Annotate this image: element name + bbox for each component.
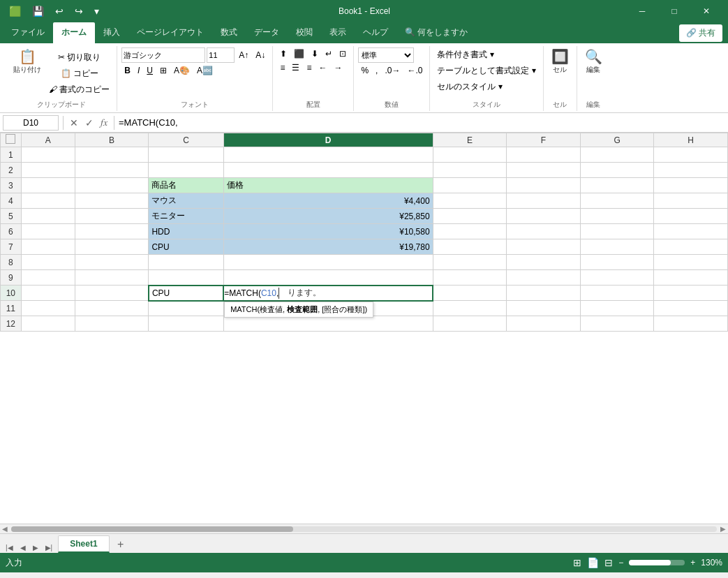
cell-B10[interactable] [75, 286, 149, 301]
view-break-icon[interactable]: ⊟ [604, 557, 613, 568]
cell-G8[interactable] [580, 255, 654, 270]
cell-G6[interactable] [580, 224, 654, 239]
cell-D7[interactable]: ¥19,780 [223, 239, 433, 255]
fill-color-button[interactable]: A🎨 [171, 64, 193, 77]
row-header-9[interactable]: 9 [1, 270, 22, 286]
scroll-left-button[interactable]: ◀ [0, 525, 10, 533]
cell-G5[interactable] [580, 209, 654, 224]
col-header-E[interactable]: E [433, 133, 507, 147]
tab-data[interactable]: データ [246, 22, 288, 43]
cell-B3[interactable] [75, 178, 149, 193]
cell-F11[interactable] [507, 301, 581, 316]
scrollbar-h-thumb[interactable] [11, 526, 293, 532]
tab-home[interactable]: ホーム [53, 22, 95, 43]
cell-C6[interactable]: HDD [149, 224, 223, 239]
cell-D12[interactable] [223, 316, 433, 332]
row-header-8[interactable]: 8 [1, 255, 22, 270]
dec-dec-button[interactable]: ←.0 [404, 64, 425, 77]
cells-button[interactable]: 🔲 セル [548, 47, 572, 77]
cell-B8[interactable] [75, 255, 149, 270]
corner-header[interactable] [1, 133, 22, 147]
align-right-button[interactable]: ≡ [304, 61, 314, 74]
tab-review[interactable]: 校閲 [288, 22, 321, 43]
cell-F2[interactable] [507, 163, 581, 178]
name-box[interactable] [3, 115, 59, 131]
cell-B1[interactable] [75, 147, 149, 163]
cell-D6[interactable]: ¥10,580 [223, 224, 433, 239]
cell-H1[interactable] [654, 147, 728, 163]
save-icon[interactable]: 💾 [29, 4, 47, 18]
tab-view[interactable]: 表示 [321, 22, 355, 43]
cell-E2[interactable] [433, 163, 507, 178]
copy-button[interactable]: 📋 コピー [46, 66, 112, 81]
cell-H2[interactable] [654, 163, 728, 178]
cell-D2[interactable] [223, 163, 433, 178]
cell-B2[interactable] [75, 163, 149, 178]
scroll-right-button[interactable]: ▶ [718, 525, 728, 533]
cell-C2[interactable] [149, 163, 223, 178]
cell-E5[interactable] [433, 209, 507, 224]
wrap-text-button[interactable]: ↵ [322, 47, 335, 60]
cell-D3[interactable]: 価格 [223, 178, 433, 193]
cell-G7[interactable] [580, 239, 654, 255]
zoom-minus-button[interactable]: − [618, 558, 623, 568]
align-left-button[interactable]: ≡ [277, 61, 288, 74]
cell-D1[interactable] [223, 147, 433, 163]
sheet-tab-sheet1[interactable]: Sheet1 [58, 535, 109, 553]
cell-G4[interactable] [580, 193, 654, 209]
sheet-nav-first[interactable]: |◀ [3, 542, 16, 553]
cell-B7[interactable] [75, 239, 149, 255]
cell-C11[interactable] [149, 301, 223, 316]
dec-inc-button[interactable]: .0→ [382, 64, 403, 77]
cell-F5[interactable] [507, 209, 581, 224]
font-name-selector[interactable] [121, 47, 205, 63]
cell-A9[interactable] [21, 270, 75, 286]
cell-D5[interactable]: ¥25,850 [223, 209, 433, 224]
cell-C7[interactable]: CPU [149, 239, 223, 255]
cancel-icon[interactable]: ✕ [68, 116, 80, 130]
cell-A5[interactable] [21, 209, 75, 224]
cell-H12[interactable] [654, 316, 728, 332]
row-header-3[interactable]: 3 [1, 178, 22, 193]
indent-inc-button[interactable]: → [331, 61, 345, 74]
cell-D9[interactable] [223, 270, 433, 286]
cell-B12[interactable] [75, 316, 149, 332]
cell-F9[interactable] [507, 270, 581, 286]
cell-F3[interactable] [507, 178, 581, 193]
cell-H5[interactable] [654, 209, 728, 224]
cell-A6[interactable] [21, 224, 75, 239]
cell-C5[interactable]: モニター [149, 209, 223, 224]
cell-A4[interactable] [21, 193, 75, 209]
font-color-button[interactable]: A🔤 [194, 64, 216, 77]
tab-help[interactable]: ヘルプ [355, 22, 396, 43]
align-center-button[interactable]: ☰ [289, 61, 302, 74]
cell-E11[interactable] [433, 301, 507, 316]
cell-B9[interactable] [75, 270, 149, 286]
tab-file[interactable]: ファイル [3, 22, 53, 43]
cell-H7[interactable] [654, 239, 728, 255]
cell-C10[interactable]: CPU [149, 286, 223, 301]
cell-F6[interactable] [507, 224, 581, 239]
col-header-C[interactable]: C [149, 133, 223, 147]
cell-H3[interactable] [654, 178, 728, 193]
zoom-plus-button[interactable]: + [690, 558, 695, 568]
sheet-nav-last[interactable]: ▶| [43, 542, 56, 553]
insert-function-icon[interactable]: 𝑓𝑥 [98, 115, 110, 130]
underline-button[interactable]: U [144, 64, 156, 77]
bold-button[interactable]: B [121, 64, 133, 77]
view-normal-icon[interactable]: ⊞ [573, 557, 581, 568]
cell-C4[interactable]: マウス [149, 193, 223, 209]
cell-G9[interactable] [580, 270, 654, 286]
cell-C12[interactable] [149, 316, 223, 332]
minimize-button[interactable]: ─ [626, 0, 658, 22]
decrease-font-button[interactable]: A↓ [253, 47, 268, 63]
cell-G10[interactable] [580, 286, 654, 301]
cell-F10[interactable] [507, 286, 581, 301]
cell-B4[interactable] [75, 193, 149, 209]
col-header-B[interactable]: B [75, 133, 149, 147]
cell-G11[interactable] [580, 301, 654, 316]
sheet-nav-prev[interactable]: ◀ [17, 542, 29, 553]
cell-B5[interactable] [75, 209, 149, 224]
close-button[interactable]: ✕ [690, 0, 722, 22]
zoom-slider[interactable] [629, 560, 685, 565]
